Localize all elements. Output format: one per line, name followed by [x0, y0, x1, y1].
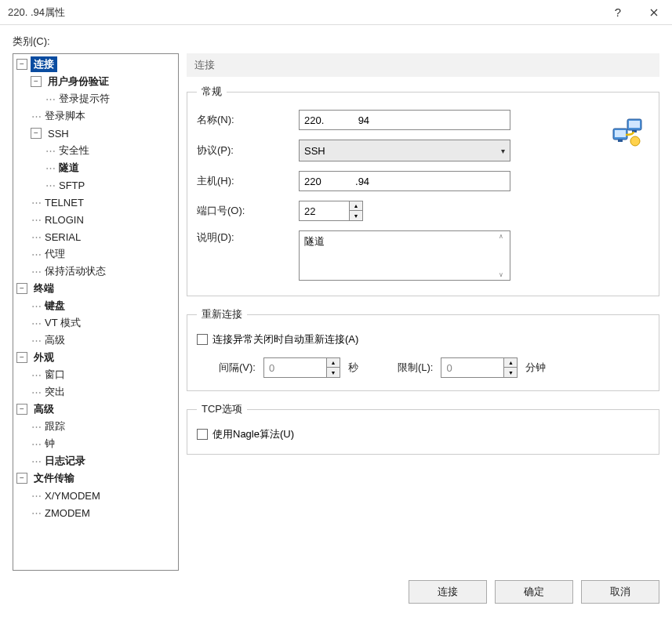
- tree-toggle[interactable]: −: [31, 128, 42, 139]
- tree-item-serial[interactable]: SERIAL: [42, 230, 84, 244]
- tree-item-advanced[interactable]: 高级: [31, 401, 57, 417]
- nagle-label: 使用Nagle算法(U): [212, 427, 294, 441]
- nagle-checkbox[interactable]: [197, 429, 208, 440]
- spinner-up-icon[interactable]: ▲: [350, 201, 362, 211]
- port-spinner[interactable]: ▲ ▼: [299, 201, 363, 221]
- connection-icon: [612, 118, 645, 150]
- tree-item-terminal[interactable]: 终端: [31, 281, 57, 296]
- host-label: 主机(H):: [197, 174, 299, 188]
- desc-textarea[interactable]: [299, 230, 510, 281]
- svg-rect-2: [618, 140, 623, 142]
- cancel-button[interactable]: 取消: [581, 580, 659, 604]
- titlebar: 220. .94属性 ?: [0, 0, 672, 25]
- limit-label: 限制(L):: [398, 361, 434, 375]
- tree-item-userauth[interactable]: 用户身份验证: [45, 74, 112, 89]
- window-title: 220. .94属性: [8, 5, 600, 20]
- tree-item-tunnel[interactable]: 隧道: [56, 160, 82, 176]
- tree-toggle[interactable]: −: [16, 283, 27, 294]
- tree-toggle[interactable]: −: [16, 352, 27, 363]
- close-button[interactable]: [636, 0, 672, 25]
- auto-reconnect-label: 连接异常关闭时自动重新连接(A): [212, 332, 358, 346]
- tree-item-keepalive[interactable]: 保持活动状态: [42, 263, 109, 279]
- limit-spinner[interactable]: ▲▼: [441, 357, 518, 378]
- host-input[interactable]: [299, 171, 510, 191]
- interval-unit: 秒: [348, 361, 358, 375]
- svg-point-6: [630, 136, 640, 146]
- button-bar: 连接 确定 取消: [0, 571, 672, 613]
- section-path: 连接: [187, 53, 659, 77]
- protocol-value: SSH: [304, 145, 325, 157]
- ok-button[interactable]: 确定: [495, 580, 573, 604]
- spinner-up-icon[interactable]: ▲: [327, 358, 340, 368]
- port-label: 端口号(O):: [197, 204, 299, 218]
- reconnect-group: 重新连接 连接异常关闭时自动重新连接(A) 间隔(V): ▲▼ 秒 限制(L):: [187, 307, 659, 391]
- protocol-select[interactable]: SSH ▾: [299, 140, 510, 161]
- spinner-down-icon[interactable]: ▼: [350, 211, 362, 220]
- tree-item-loginscript[interactable]: 登录脚本: [42, 108, 89, 124]
- reconnect-legend: 重新连接: [197, 307, 247, 321]
- tree-item-advanced-term[interactable]: 高级: [42, 332, 68, 348]
- tree-toggle[interactable]: −: [31, 76, 42, 87]
- textarea-scrollbar[interactable]: ∧∨: [495, 230, 507, 281]
- interval-label: 间隔(V):: [219, 361, 256, 375]
- tree-toggle[interactable]: −: [16, 59, 27, 70]
- tree-item-xymodem[interactable]: X/YMODEM: [42, 489, 104, 502]
- tree-item-proxy[interactable]: 代理: [42, 246, 68, 262]
- tcp-legend: TCP选项: [197, 402, 247, 416]
- tree-item-sftp[interactable]: SFTP: [56, 179, 88, 192]
- tree-item-loginprompt[interactable]: 登录提示符: [56, 91, 113, 107]
- tree-item-ssh[interactable]: SSH: [45, 127, 72, 140]
- spinner-down-icon[interactable]: ▼: [504, 368, 517, 377]
- tree-item-filetransfer[interactable]: 文件传输: [31, 470, 78, 486]
- tree-item-logging[interactable]: 日志记录: [42, 453, 89, 469]
- tree-item-rlogin[interactable]: RLOGIN: [42, 213, 87, 227]
- chevron-down-icon: ▾: [501, 147, 505, 155]
- limit-unit: 分钟: [525, 361, 546, 375]
- tree-item-trace[interactable]: 跟踪: [42, 419, 68, 434]
- svg-rect-1: [615, 130, 626, 137]
- svg-rect-4: [629, 121, 640, 128]
- tree-toggle[interactable]: −: [16, 404, 27, 415]
- tree-item-window[interactable]: 窗口: [42, 367, 68, 383]
- tree-item-connection[interactable]: 连接: [31, 56, 57, 72]
- category-tree[interactable]: −连接 −用户身份验证 ⋯登录提示符 ⋯登录脚本 −SSH ⋯安全性 ⋯隧道 ⋯…: [13, 53, 179, 571]
- protocol-label: 协议(P):: [197, 143, 299, 158]
- tree-item-keyboard[interactable]: 键盘: [42, 298, 68, 314]
- tree-item-appearance[interactable]: 外观: [31, 350, 57, 365]
- interval-input[interactable]: [263, 357, 326, 378]
- tree-item-zmodem[interactable]: ZMODEM: [42, 506, 93, 520]
- spinner-up-icon[interactable]: ▲: [504, 358, 517, 368]
- tree-item-popup[interactable]: 突出: [42, 384, 68, 400]
- tcp-group: TCP选项 使用Nagle算法(U): [187, 402, 659, 455]
- general-legend: 常规: [197, 85, 227, 99]
- tree-item-telnet[interactable]: TELNET: [42, 196, 87, 209]
- connect-button[interactable]: 连接: [409, 580, 487, 604]
- name-label: 名称(N):: [197, 113, 299, 127]
- tree-item-clock[interactable]: 钟: [42, 436, 58, 452]
- desc-label: 说明(D):: [197, 230, 299, 245]
- name-input[interactable]: [299, 110, 510, 130]
- tree-item-vtmode[interactable]: VT 模式: [42, 315, 84, 331]
- category-label: 类别(C):: [13, 34, 659, 49]
- limit-input[interactable]: [441, 357, 503, 378]
- port-input[interactable]: [299, 201, 349, 221]
- spinner-down-icon[interactable]: ▼: [327, 368, 340, 377]
- auto-reconnect-checkbox[interactable]: [197, 334, 208, 345]
- help-button[interactable]: ?: [600, 0, 636, 25]
- close-icon: [650, 9, 658, 16]
- tree-item-security[interactable]: 安全性: [56, 143, 93, 158]
- tree-toggle[interactable]: −: [16, 473, 27, 484]
- interval-spinner[interactable]: ▲▼: [263, 357, 340, 378]
- general-group: 常规 名称(N):: [187, 85, 659, 296]
